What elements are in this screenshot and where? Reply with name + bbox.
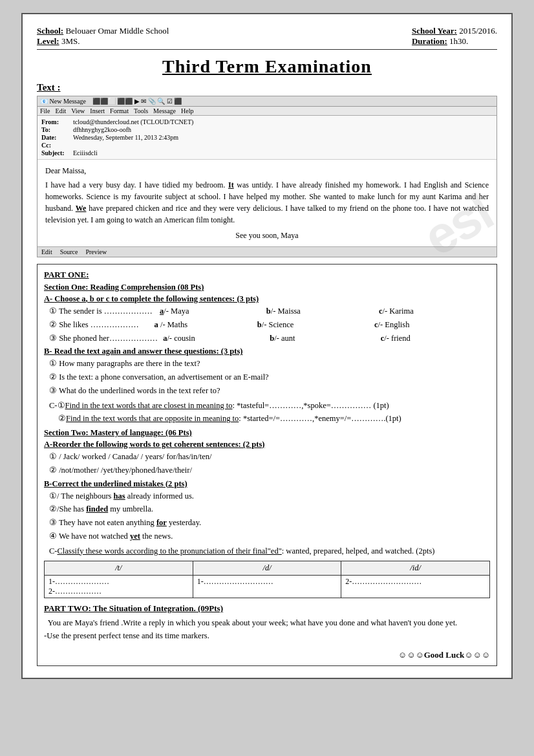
question-a2-2: ② /not/mother/ /yet/they/phoned/have/the… bbox=[49, 464, 490, 477]
part-two-body: You are Maya's friend .Write a reply in … bbox=[44, 616, 490, 642]
tab-preview[interactable]: Preview bbox=[85, 248, 107, 255]
part-c2-classify: C-Classify these words according to the … bbox=[49, 545, 490, 557]
exam-title: Third Term Examination bbox=[37, 56, 497, 77]
tab-source[interactable]: Source bbox=[60, 248, 78, 255]
question-b2-1: ①/ The neighbours has already informed u… bbox=[49, 490, 490, 502]
question-a1: ① The sender is ……………… a/- Maya b/- Mais… bbox=[49, 305, 490, 318]
question-b2: ② Is the text: a phone conversation, an … bbox=[49, 371, 490, 383]
school-label: School: bbox=[37, 26, 63, 36]
menu-view[interactable]: View bbox=[71, 107, 85, 114]
part-a-label: A- Choose a, b or c to complete the foll… bbox=[44, 294, 490, 304]
date-label: Date: bbox=[41, 134, 70, 141]
question-b3: ③ What do the underlined words in the te… bbox=[49, 385, 490, 397]
email-box: 📧 New Message ⬛⬛⬜ ⬛⬛ ▶ ✉ 📎 🔍 ☑ ⬛ File Ed… bbox=[37, 96, 497, 257]
part-c2-label: ②Find in the text words that are opposit… bbox=[49, 413, 490, 425]
email-toolbar: 📧 New Message ⬛⬛⬜ ⬛⬛ ▶ ✉ 📎 🔍 ☑ ⬛ bbox=[37, 96, 497, 107]
part-c1-label: C-①Find in the text words that are close… bbox=[49, 400, 490, 412]
duration-value: 1h30. bbox=[449, 36, 468, 46]
part-two: PART TWO: The Situation of Integration. … bbox=[44, 603, 490, 642]
subject-value: Eciiisdcli bbox=[73, 149, 98, 157]
menu-tools[interactable]: Tools bbox=[134, 107, 148, 114]
header-id: /id/ bbox=[341, 561, 489, 575]
question-b2-4: ④ We have not watched yet the news. bbox=[49, 530, 490, 543]
part-two-heading: PART TWO: The Situation of Integration. … bbox=[44, 603, 490, 614]
header-t: /t/ bbox=[45, 561, 193, 575]
header-right: School Year: 2015/2016. Duration: 1h30. bbox=[412, 26, 497, 47]
from-label: From: bbox=[41, 118, 70, 125]
toolbar-icon-area: 📧 New Message ⬛⬛⬜ ⬛⬛ ▶ ✉ 📎 🔍 ☑ ⬛ bbox=[40, 98, 182, 105]
part-a2-label: A-Reorder the following words to get coh… bbox=[44, 440, 490, 449]
school-value: Belouaer Omar Middle School bbox=[65, 26, 169, 36]
tab-edit[interactable]: Edit bbox=[41, 248, 52, 255]
level-line: Level: 3MS. bbox=[37, 36, 169, 47]
to-value: dfhhnyghyg2koo-oofh bbox=[73, 126, 131, 133]
level-label: Level: bbox=[37, 36, 59, 46]
header: School: Belouaer Omar Middle School Leve… bbox=[37, 26, 497, 50]
duration-label: Duration: bbox=[412, 36, 447, 46]
text-label: Text : bbox=[37, 82, 497, 93]
question-b1: ① How many paragraphs are there in the t… bbox=[49, 358, 490, 370]
duration-line: Duration: 1h30. bbox=[412, 36, 497, 47]
cc-label: Cc: bbox=[41, 142, 70, 149]
menu-help[interactable]: Help bbox=[181, 107, 193, 114]
menu-file[interactable]: File bbox=[40, 107, 50, 114]
question-a2: ② She likes ……………… a /- Maths b/- Scienc… bbox=[49, 319, 490, 331]
school-year-value: 2015/2016. bbox=[459, 26, 497, 36]
email-body: Dear Maissa, I have had a very busy day.… bbox=[37, 160, 497, 246]
table-header-row: /t/ /d/ /id/ bbox=[45, 561, 489, 576]
date-row: Date: Wednesday, September 11, 2013 2:43… bbox=[41, 134, 493, 141]
email-sign: See you soon, Maya bbox=[45, 230, 489, 241]
from-value: tcloud@thundercloud.net (TCLOUD/TCNET) bbox=[73, 118, 193, 125]
good-luck: ☺☺☺Good Luck☺☺☺ bbox=[44, 650, 490, 660]
subject-row: Subject: Eciiisdcli bbox=[41, 149, 493, 157]
from-row: From: tcloud@thundercloud.net (TCLOUD/TC… bbox=[41, 118, 493, 125]
header-left: School: Belouaer Omar Middle School Leve… bbox=[37, 26, 169, 47]
email-bottom-bar: Edit Source Preview bbox=[37, 246, 497, 257]
main-content: PART ONE: Section One: Reading Comprehen… bbox=[37, 264, 497, 666]
question-a2-1: ① / Jack/ worked / Canada/ / years/ for/… bbox=[49, 451, 490, 463]
menu-message[interactable]: Message bbox=[153, 107, 176, 114]
email-body-text: I have had a very busy day. I have tidie… bbox=[45, 179, 489, 226]
to-row: To: dfhhnyghyg2koo-oofh bbox=[41, 126, 493, 133]
email-menu: File Edit View Insert Format Tools Messa… bbox=[37, 107, 497, 116]
section-two-heading: Section Two: Mastery of language: (06 Pt… bbox=[44, 428, 490, 438]
level-value: 3MS. bbox=[61, 36, 80, 46]
school-year-line: School Year: 2015/2016. bbox=[412, 26, 497, 36]
school-year-label: School Year: bbox=[412, 26, 457, 36]
email-greeting: Dear Maissa, bbox=[45, 165, 489, 177]
question-a3: ③ She phoned her……………… a/- cousin b/- au… bbox=[49, 332, 490, 345]
cc-row: Cc: bbox=[41, 142, 493, 149]
part-b-label: B- Read the text again and answer these … bbox=[44, 347, 490, 356]
menu-edit[interactable]: Edit bbox=[56, 107, 67, 114]
cell-id: 2-……………………… bbox=[341, 576, 489, 598]
school-line: School: Belouaer Omar Middle School bbox=[37, 26, 169, 36]
question-b2-3: ③ They have not eaten anything for yeste… bbox=[49, 517, 490, 529]
email-fields: From: tcloud@thundercloud.net (TCLOUD/TC… bbox=[37, 116, 497, 160]
section-one-heading: Section One: Reading Comprehension (08 P… bbox=[44, 283, 490, 292]
cell-t: 1-………………… 2-……………… bbox=[45, 576, 193, 598]
table-data-row: 1-………………… 2-……………… 1-……………………… 2-…………………… bbox=[45, 576, 489, 598]
subject-label: Subject: bbox=[41, 149, 70, 157]
question-b2-2: ②/She has finded my umbrella. bbox=[49, 503, 490, 515]
part-b2-label: B-Correct the underlined mistakes (2 pts… bbox=[44, 479, 490, 489]
menu-insert[interactable]: Insert bbox=[90, 107, 105, 114]
cell-d: 1-……………………… bbox=[193, 576, 342, 598]
header-d: /d/ bbox=[193, 561, 342, 575]
date-value: Wednesday, September 11, 2013 2:43pm bbox=[73, 134, 178, 141]
to-label: To: bbox=[41, 126, 70, 133]
exam-page: esl School: Belouaer Omar Middle School … bbox=[21, 13, 513, 679]
menu-format[interactable]: Format bbox=[110, 107, 129, 114]
pronunciation-table: /t/ /d/ /id/ 1-………………… 2-……………… 1-………………… bbox=[44, 561, 490, 598]
part-one-heading: PART ONE: bbox=[44, 270, 490, 280]
